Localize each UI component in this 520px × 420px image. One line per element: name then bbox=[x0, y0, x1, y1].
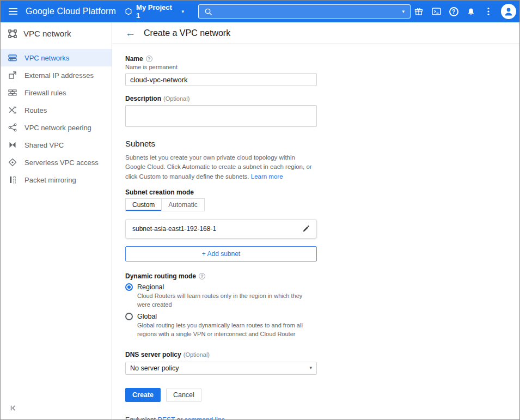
sidebar-item-firewall-rules[interactable]: Firewall rules bbox=[1, 84, 112, 101]
sidebar-title: VPC network bbox=[23, 29, 71, 38]
project-name: My Project 1 bbox=[136, 3, 178, 20]
sidebar: VPC network VPC networks External IP add… bbox=[1, 22, 112, 419]
global-label: Global bbox=[137, 313, 157, 320]
custom-mode-button[interactable]: Custom bbox=[125, 198, 162, 211]
description-label-row: Description (Optional) bbox=[125, 95, 317, 102]
project-icon bbox=[125, 8, 132, 15]
learn-more-link[interactable]: Learn more bbox=[251, 173, 283, 180]
global-description: Global routing lets you dynamically lear… bbox=[137, 321, 317, 339]
name-label: Name bbox=[125, 55, 143, 63]
firewall-icon bbox=[8, 88, 17, 97]
collapse-sidebar-button[interactable] bbox=[1, 397, 112, 419]
dns-policy-value: No server policy bbox=[130, 364, 179, 372]
regional-radio-row[interactable]: Regional bbox=[125, 283, 317, 291]
collapse-icon bbox=[9, 404, 17, 412]
gift-icon[interactable] bbox=[411, 3, 427, 20]
sidebar-item-label: Serverless VPC access bbox=[25, 159, 99, 167]
subnet-name: subnet-asia-east1-192-168-1 bbox=[132, 225, 216, 233]
subnets-description-text: Subnets let you create your own private … bbox=[125, 154, 312, 180]
add-subnet-button[interactable]: + Add subnet bbox=[125, 246, 317, 261]
vpc-form: Name ? Name is permanent Description (Op… bbox=[125, 55, 317, 419]
dns-policy-select[interactable]: No server policy ▾ bbox=[125, 362, 317, 375]
rest-link[interactable]: REST bbox=[157, 416, 175, 420]
console-body: VPC network VPC networks External IP add… bbox=[1, 22, 519, 419]
sidebar-item-label: External IP addresses bbox=[25, 71, 94, 80]
regional-radio[interactable] bbox=[125, 283, 133, 291]
sidebar-header: VPC network bbox=[1, 22, 112, 44]
page-header: ← Create a VPC network bbox=[112, 22, 519, 44]
automatic-mode-button[interactable]: Automatic bbox=[162, 198, 204, 211]
sidebar-item-serverless-vpc-access[interactable]: Serverless VPC access bbox=[1, 154, 112, 171]
description-input[interactable] bbox=[125, 105, 317, 127]
form-actions: Create Cancel bbox=[125, 388, 317, 402]
subnets-heading: Subnets bbox=[125, 139, 317, 148]
gcp-console: Google Cloud Platform My Project 1 ▾ ▾ ? bbox=[0, 0, 520, 420]
sidebar-item-label: Firewall rules bbox=[25, 89, 66, 97]
cancel-button[interactable]: Cancel bbox=[166, 388, 201, 402]
subnet-mode-toggle: Custom Automatic bbox=[125, 198, 205, 211]
description-optional: (Optional) bbox=[163, 95, 189, 102]
search-dropdown-icon[interactable]: ▾ bbox=[402, 9, 405, 14]
search-icon bbox=[204, 8, 212, 16]
menu-icon[interactable] bbox=[1, 1, 26, 22]
plus-icon: + bbox=[202, 250, 206, 258]
equivalent-line: Equivalent REST or command line bbox=[125, 416, 317, 420]
dns-optional: (Optional) bbox=[183, 351, 210, 358]
sidebar-item-label: Packet mirroring bbox=[25, 176, 76, 184]
external-ip-icon bbox=[8, 71, 17, 80]
select-caret-icon: ▾ bbox=[309, 366, 312, 370]
create-button[interactable]: Create bbox=[125, 388, 161, 402]
name-field-group: Name ? Name is permanent bbox=[125, 55, 317, 86]
search-bar[interactable]: ▾ bbox=[198, 4, 411, 19]
packet-mirroring-icon bbox=[8, 175, 17, 184]
project-selector[interactable]: My Project 1 ▾ bbox=[125, 3, 184, 20]
regional-label: Regional bbox=[137, 283, 164, 291]
edit-pencil-icon[interactable] bbox=[302, 225, 310, 233]
routing-group: Dynamic routing mode ? Regional Cloud Ro… bbox=[125, 272, 317, 339]
name-help-icon[interactable]: ? bbox=[146, 56, 152, 62]
back-arrow-icon[interactable]: ← bbox=[125, 28, 136, 38]
name-label-row: Name ? bbox=[125, 55, 317, 63]
subnet-card[interactable]: subnet-asia-east1-192-168-1 bbox=[125, 219, 317, 239]
vpc-network-product-icon bbox=[8, 29, 17, 38]
serverless-vpc-access-icon bbox=[8, 158, 17, 167]
search-input[interactable] bbox=[217, 8, 397, 16]
sidebar-item-routes[interactable]: Routes bbox=[1, 101, 112, 119]
add-subnet-label: Add subnet bbox=[207, 250, 240, 258]
global-radio-row[interactable]: Global bbox=[125, 313, 317, 320]
routing-help-icon[interactable]: ? bbox=[199, 273, 205, 279]
vpc-networks-icon bbox=[8, 53, 17, 62]
subnets-description: Subnets let you create your own private … bbox=[125, 153, 317, 181]
avatar[interactable] bbox=[501, 4, 516, 19]
sidebar-item-external-ip-addresses[interactable]: External IP addresses bbox=[1, 66, 112, 84]
more-options-icon[interactable] bbox=[480, 3, 497, 20]
top-bar-actions: ? bbox=[411, 3, 519, 20]
sidebar-item-shared-vpc[interactable]: Shared VPC bbox=[1, 136, 112, 154]
help-icon[interactable]: ? bbox=[445, 3, 462, 20]
description-label: Description bbox=[125, 95, 161, 102]
name-input[interactable] bbox=[125, 73, 317, 86]
question-glyph: ? bbox=[449, 7, 458, 16]
name-hint: Name is permanent bbox=[125, 64, 317, 70]
description-field-group: Description (Optional) bbox=[125, 95, 317, 129]
dns-group: DNS server policy (Optional) No server p… bbox=[125, 351, 317, 375]
shared-vpc-icon bbox=[8, 141, 17, 149]
page-title: Create a VPC network bbox=[144, 28, 230, 38]
top-bar: Google Cloud Platform My Project 1 ▾ ▾ ? bbox=[1, 1, 519, 22]
gcp-logo[interactable]: Google Cloud Platform bbox=[26, 7, 116, 16]
sidebar-item-label: Shared VPC bbox=[25, 141, 64, 149]
sidebar-item-label: VPC network peering bbox=[25, 124, 91, 132]
global-radio[interactable] bbox=[125, 313, 133, 320]
routes-icon bbox=[8, 106, 17, 114]
sidebar-item-vpc-network-peering[interactable]: VPC network peering bbox=[1, 119, 112, 136]
cloud-shell-icon[interactable] bbox=[428, 3, 444, 20]
sidebar-item-vpc-networks[interactable]: VPC networks bbox=[1, 49, 112, 66]
chevron-down-icon: ▾ bbox=[182, 9, 185, 14]
subnet-mode-label: Subnet creation mode bbox=[125, 188, 317, 196]
routing-label: Dynamic routing mode bbox=[125, 272, 196, 280]
main-content: ← Create a VPC network Name ? Name is pe… bbox=[112, 22, 519, 419]
command-line-link[interactable]: command line bbox=[185, 416, 225, 420]
equivalent-prefix: Equivalent bbox=[125, 416, 156, 420]
notifications-icon[interactable] bbox=[463, 3, 479, 20]
sidebar-item-packet-mirroring[interactable]: Packet mirroring bbox=[1, 171, 112, 188]
